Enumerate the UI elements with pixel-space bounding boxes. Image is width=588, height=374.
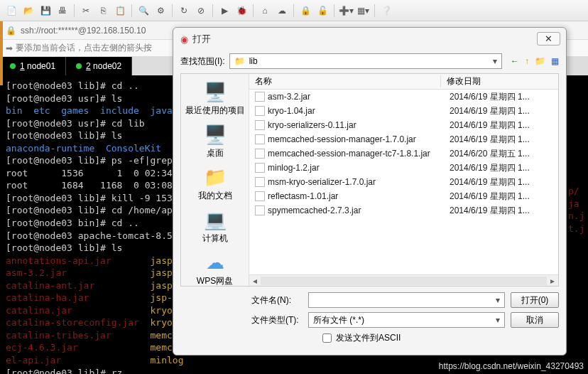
file-date: 2014/6/19 星期四 1... xyxy=(444,162,558,174)
file-row[interactable]: reflectasm-1.01.jar2014/6/19 星期四 1... xyxy=(249,189,558,203)
unlock-icon[interactable]: 🔓 xyxy=(317,5,328,16)
places-sidebar: 🖥️最近使用的项目🖥️桌面📁我的文档💻计算机☁WPS网盘 xyxy=(181,74,249,286)
separator xyxy=(293,4,294,17)
file-name: minlog-1.2.jar xyxy=(268,163,444,173)
find-icon[interactable]: 🔍 xyxy=(138,5,149,16)
file-header: 名称 修改日期 xyxy=(249,74,558,90)
filename-label: 文件名(N): xyxy=(251,294,303,306)
file-icon xyxy=(255,191,265,201)
file-icon xyxy=(255,120,265,130)
place-icon: 💻 xyxy=(204,209,227,231)
file-icon xyxy=(255,106,265,116)
back-icon[interactable]: ← xyxy=(511,56,519,66)
tab-node01[interactable]: 1 node01 xyxy=(0,57,66,75)
cancel-button[interactable]: 取消 xyxy=(511,312,559,328)
cloud-icon[interactable]: ☁ xyxy=(276,5,288,16)
file-list[interactable]: asm-3.2.jar2014/6/19 星期四 1...kryo-1.04.j… xyxy=(249,90,558,274)
file-row[interactable]: spymemcached-2.7.3.jar2014/6/19 星期四 1... xyxy=(249,203,558,218)
copy-icon[interactable]: ⎘ xyxy=(97,5,109,16)
separator xyxy=(253,4,254,17)
place-label: 最近使用的项目 xyxy=(185,105,245,117)
new-folder-icon[interactable]: 📁 xyxy=(535,56,545,66)
view-icon[interactable]: ▦ xyxy=(551,56,559,66)
folder-name: lib xyxy=(249,56,258,66)
left-accent xyxy=(0,21,3,85)
open-button[interactable]: 打开(0) xyxy=(511,292,559,308)
up-icon[interactable]: ↑ xyxy=(525,56,529,66)
run-icon[interactable]: ▶ xyxy=(219,5,230,16)
file-area: 名称 修改日期 asm-3.2.jar2014/6/19 星期四 1...kry… xyxy=(249,74,558,286)
stop-icon[interactable]: ⊘ xyxy=(195,5,207,16)
lookup-row: 查找范围(I): 📁 lib ▾ ← ↑ 📁 ▦ xyxy=(180,53,559,69)
separator xyxy=(374,4,375,17)
file-row[interactable]: kryo-1.04.jar2014/6/19 星期四 1... xyxy=(249,104,558,118)
close-button[interactable]: ✕ xyxy=(537,32,560,46)
print-icon[interactable]: 🖶 xyxy=(57,5,68,16)
folder-icon: 📁 xyxy=(234,56,245,66)
col-name[interactable]: 名称 xyxy=(249,75,441,87)
ascii-checkbox[interactable] xyxy=(322,333,332,343)
sidebar-item[interactable]: 📁我的文档 xyxy=(195,164,235,205)
ascii-label: 发送文件到ASCII xyxy=(336,332,401,344)
sidebar-item[interactable]: 🖥️桌面 xyxy=(201,121,229,162)
file-date: 2014/6/20 星期五 1... xyxy=(444,148,558,160)
dialog-title: 打开 xyxy=(192,33,211,46)
new-icon[interactable]: 📄 xyxy=(6,5,17,16)
settings-icon[interactable]: ⚙ xyxy=(155,5,166,16)
lookup-label: 查找范围(I): xyxy=(180,55,225,68)
help-icon[interactable]: ❔ xyxy=(381,5,392,16)
file-date: 2014/6/19 星期四 1... xyxy=(444,119,558,132)
cut-icon[interactable]: ✂ xyxy=(80,5,92,16)
sidebar-item[interactable]: ☁WPS网盘 xyxy=(194,249,236,290)
sidebar-item[interactable]: 💻计算机 xyxy=(200,206,231,247)
plus-icon[interactable]: ➕▾ xyxy=(340,5,352,16)
place-icon: ☁ xyxy=(206,252,224,274)
place-icon: 🖥️ xyxy=(204,81,227,103)
file-name: msm-kryo-serializer-1.7.0.jar xyxy=(268,177,444,187)
filetype-select[interactable]: 所有文件 (*.*) ▾ xyxy=(308,312,505,328)
col-date[interactable]: 修改日期 xyxy=(441,75,558,87)
file-date: 2014/6/19 星期四 1... xyxy=(444,134,558,146)
place-label: 计算机 xyxy=(202,233,228,245)
file-row[interactable]: asm-3.2.jar2014/6/19 星期四 1... xyxy=(249,90,558,104)
open-dialog: ◉ 打开 ✕ 查找范围(I): 📁 lib ▾ ← ↑ 📁 ▦ 🖥️最近使用的项… xyxy=(173,27,567,356)
file-name: kryo-serializers-0.11.jar xyxy=(268,120,444,130)
file-date: 2014/6/19 星期四 1... xyxy=(444,91,558,103)
arrow-icon[interactable]: ➡ xyxy=(6,43,13,53)
hscrollbar[interactable]: ◂ ▸ xyxy=(249,274,558,286)
tab-node02[interactable]: 2 node02 xyxy=(66,57,132,75)
file-name: memcached-session-manager-1.7.0.jar xyxy=(268,134,444,144)
filename-input[interactable]: ▾ xyxy=(308,292,505,308)
file-row[interactable]: msm-kryo-serializer-1.7.0.jar2014/6/19 星… xyxy=(249,175,558,189)
open-icon[interactable]: 📂 xyxy=(23,5,34,16)
lock-icon[interactable]: 🔒 xyxy=(300,5,311,16)
place-label: 桌面 xyxy=(207,147,224,159)
file-row[interactable]: minlog-1.2.jar2014/6/19 星期四 1... xyxy=(249,161,558,175)
separator xyxy=(172,4,173,17)
file-row[interactable]: kryo-serializers-0.11.jar2014/6/19 星期四 1… xyxy=(249,118,558,132)
place-icon: 📁 xyxy=(204,166,227,188)
scroll-left-icon[interactable]: ◂ xyxy=(249,276,261,286)
home-icon[interactable]: ⌂ xyxy=(259,5,271,16)
right-terminal-strip: p/jan.jt.j xyxy=(567,78,588,370)
dialog-title-bar: ◉ 打开 ✕ xyxy=(173,28,566,50)
sidebar-item[interactable]: 🖥️最近使用的项目 xyxy=(183,78,248,119)
scroll-right-icon[interactable]: ▸ xyxy=(547,276,558,286)
save-icon[interactable]: 💾 xyxy=(40,5,51,16)
folder-select[interactable]: 📁 lib ▾ xyxy=(229,53,502,69)
file-row[interactable]: memcached-session-manager-tc7-1.8.1.jar2… xyxy=(249,146,558,161)
chevron-down-icon: ▾ xyxy=(496,315,500,325)
file-name: reflectasm-1.01.jar xyxy=(268,191,444,201)
place-label: WPS网盘 xyxy=(197,275,233,287)
file-date: 2014/6/19 星期四 1... xyxy=(444,105,558,117)
paste-icon[interactable]: 📋 xyxy=(114,5,126,16)
scroll-track[interactable] xyxy=(261,277,547,285)
reload-icon[interactable]: ↻ xyxy=(178,5,190,16)
debug-icon[interactable]: 🐞 xyxy=(236,5,247,16)
lock-small-icon: 🔒 xyxy=(6,26,16,36)
file-date: 2014/6/19 星期四 1... xyxy=(444,205,558,217)
file-date: 2014/6/19 星期四 1... xyxy=(444,176,558,188)
file-row[interactable]: memcached-session-manager-1.7.0.jar2014/… xyxy=(249,132,558,146)
file-icon xyxy=(255,177,265,187)
grid-icon[interactable]: ▦▾ xyxy=(357,5,369,16)
